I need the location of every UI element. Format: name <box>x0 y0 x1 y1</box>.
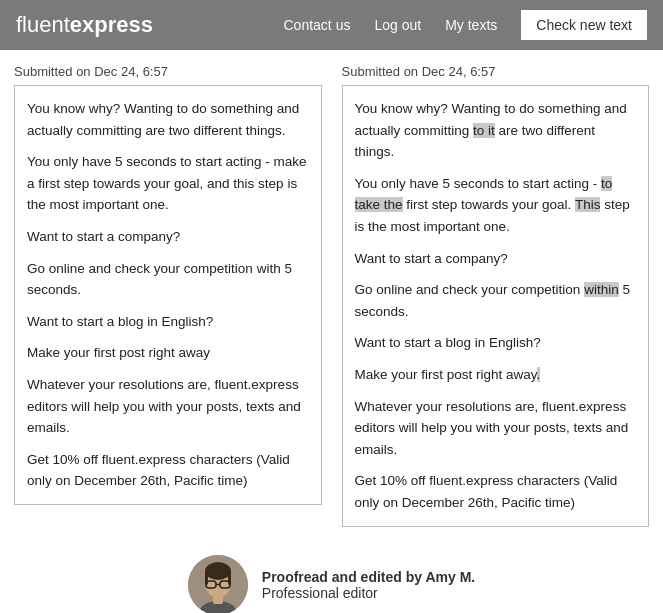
orig-para-4: Go online and check your competition wit… <box>27 258 309 301</box>
my-texts-link[interactable]: My texts <box>445 17 497 33</box>
orig-para-8: Get 10% off fluent.express characters (V… <box>27 449 309 492</box>
edited-text-box: You know why? Wanting to do something an… <box>342 85 650 527</box>
orig-para-1: You know why? Wanting to do something an… <box>27 98 309 141</box>
edited-submission-column: Submitted on Dec 24, 6:57 You know why? … <box>342 64 650 527</box>
svg-rect-9 <box>213 596 223 604</box>
main-nav: Contact us Log out My texts Check new te… <box>284 10 648 40</box>
orig-para-3: Want to start a company? <box>27 226 309 248</box>
check-new-text-button[interactable]: Check new text <box>521 10 647 40</box>
edited-para-5: Want to start a blog in English? <box>355 332 637 354</box>
edited-para-4: Go online and check your competition wit… <box>355 279 637 322</box>
editor-row: Proofread and edited by Amy M. Professio… <box>14 543 649 614</box>
highlight-5: . <box>537 367 541 382</box>
highlight-2: to take the <box>355 176 613 213</box>
orig-para-5: Want to start a blog in English? <box>27 311 309 333</box>
editor-role-label: Professional editor <box>262 585 475 601</box>
edited-para-3: Want to start a company? <box>355 248 637 270</box>
highlight-3: This <box>575 197 601 212</box>
edited-submission-date: Submitted on Dec 24, 6:57 <box>342 64 650 79</box>
original-submission-date: Submitted on Dec 24, 6:57 <box>14 64 322 79</box>
orig-para-2: You only have 5 seconds to start acting … <box>27 151 309 216</box>
highlight-1: to it <box>473 123 495 138</box>
orig-para-6: Make your first post right away <box>27 342 309 364</box>
site-header: fluentexpress Contact us Log out My text… <box>0 0 663 50</box>
original-text-box: You know why? Wanting to do something an… <box>14 85 322 505</box>
submissions-row: Submitted on Dec 24, 6:57 You know why? … <box>14 64 649 527</box>
editor-avatar-svg <box>188 555 248 614</box>
highlight-4: within <box>584 282 619 297</box>
editor-proofread-label: Proofread and edited by Amy M. <box>262 569 475 585</box>
logo-bold: express <box>70 12 153 37</box>
editor-info: Proofread and edited by Amy M. Professio… <box>262 569 475 601</box>
logo-light: fluent <box>16 12 70 37</box>
edited-para-1: You know why? Wanting to do something an… <box>355 98 637 163</box>
edited-para-6: Make your first post right away. <box>355 364 637 386</box>
edited-para-7: Whatever your resolutions are, fluent.ex… <box>355 396 637 461</box>
edited-para-8: Get 10% off fluent.express characters (V… <box>355 470 637 513</box>
orig-para-7: Whatever your resolutions are, fluent.ex… <box>27 374 309 439</box>
editor-avatar <box>188 555 248 614</box>
site-logo: fluentexpress <box>16 12 284 38</box>
svg-point-2 <box>205 562 231 580</box>
edited-para-2: You only have 5 seconds to start acting … <box>355 173 637 238</box>
main-content: Submitted on Dec 24, 6:57 You know why? … <box>0 50 663 613</box>
contact-us-link[interactable]: Contact us <box>284 17 351 33</box>
logout-link[interactable]: Log out <box>374 17 421 33</box>
original-submission-column: Submitted on Dec 24, 6:57 You know why? … <box>14 64 322 527</box>
